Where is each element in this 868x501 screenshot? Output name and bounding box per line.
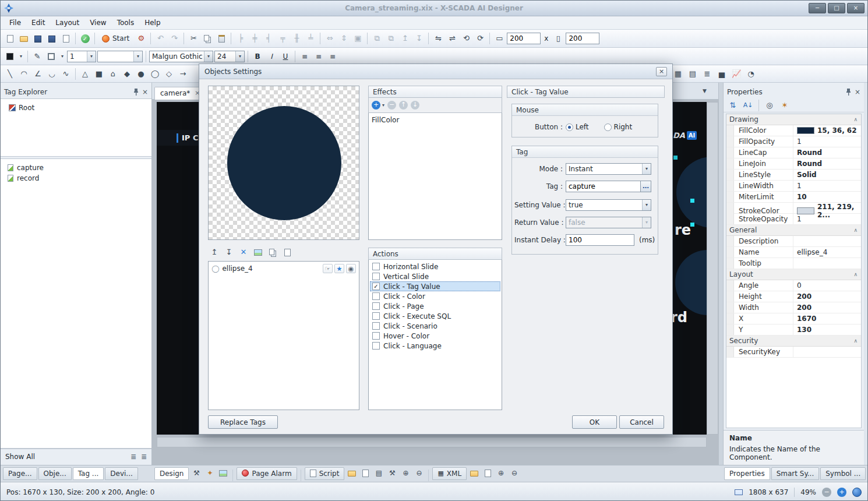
action-checkbox[interactable]: ✓ (372, 283, 380, 290)
action-checkbox[interactable] (372, 332, 380, 340)
property-value[interactable]: 130 (793, 324, 861, 335)
category-drawing[interactable]: Drawing∧ (726, 114, 861, 125)
send-back-icon[interactable]: ↧ (412, 32, 425, 45)
zoom-out-button[interactable]: − (822, 488, 831, 497)
property-value[interactable]: 1 (793, 214, 861, 224)
left-button-radio[interactable] (566, 124, 573, 131)
fill-color-icon[interactable] (3, 50, 16, 63)
right-tab-1[interactable]: Properties (724, 467, 770, 480)
zoom-in-icon[interactable]: ⊕ (400, 468, 411, 479)
close-panel-icon[interactable]: × (142, 89, 148, 96)
image-object-icon[interactable] (252, 246, 264, 259)
validate-icon[interactable]: ✓ (79, 32, 91, 45)
left-tab-4[interactable]: Devi... (105, 467, 138, 480)
page-height-input[interactable] (566, 33, 599, 44)
vertical-scrollbar[interactable] (707, 102, 718, 435)
property-row[interactable]: LineJoinRound (726, 158, 861, 170)
category-general[interactable]: General∧ (726, 225, 861, 236)
tag-item-capture[interactable]: capture (1, 163, 151, 173)
expand-all-icon[interactable]: ≣ (141, 453, 147, 461)
curve-tool-icon[interactable]: ◠ (17, 68, 30, 80)
action-checkbox[interactable] (372, 312, 380, 320)
italic-button[interactable]: I (265, 50, 278, 63)
triangle-tool-icon[interactable]: △ (79, 68, 91, 80)
rotate-right-icon[interactable]: ⟳ (474, 32, 486, 45)
object-item-ellipse-4[interactable]: ◯ ellipse_4 ☞ ★ ◉ (210, 263, 358, 274)
action-item[interactable]: ✓Click - Tag Value (370, 281, 500, 291)
copy-object-icon[interactable] (266, 246, 279, 259)
line-width-select[interactable]: 1▾ (67, 51, 96, 62)
property-row[interactable]: Y130 (726, 324, 861, 336)
property-row[interactable]: Width200 (726, 302, 861, 313)
move-effect-down-icon[interactable]: ↓ (411, 101, 419, 110)
action-checkbox[interactable] (372, 292, 380, 300)
copy-icon[interactable] (201, 32, 214, 45)
selection-handle[interactable] (690, 199, 694, 203)
pentagon-tool-icon[interactable]: ⌂ (107, 68, 119, 80)
line-style-select[interactable]: ▾ (97, 51, 143, 62)
panel-splitter[interactable] (718, 83, 723, 465)
circle-tool-icon[interactable]: ● (135, 68, 147, 80)
add-effect-dropdown-icon[interactable]: ▾ (382, 103, 384, 108)
action-item[interactable]: Hover - Color (370, 331, 500, 341)
text-align-center-icon[interactable]: ≡ (312, 50, 325, 63)
tree-item-root[interactable]: Root (1, 103, 151, 113)
property-value[interactable]: 200 (793, 302, 861, 313)
property-value[interactable] (793, 347, 861, 357)
canvas-ellipse-record[interactable] (675, 250, 707, 315)
close-button[interactable]: × (847, 3, 865, 13)
script-build-icon[interactable]: ⚒ (386, 468, 398, 479)
property-row[interactable]: SecurityKey (726, 347, 861, 358)
align-middle-icon[interactable]: ╫ (290, 32, 303, 45)
paste-icon[interactable] (215, 32, 228, 45)
page-size-icon[interactable]: ▭ (493, 32, 506, 45)
underline-button[interactable]: U (279, 50, 292, 63)
tab-script[interactable]: Script (305, 467, 345, 480)
action-item[interactable]: Horizontal Slide (370, 262, 500, 271)
rotate-left-icon[interactable]: ⟲ (460, 32, 472, 45)
document-tab-camera[interactable]: camera* × (154, 87, 205, 100)
collapse-icon[interactable]: ∧ (853, 117, 858, 122)
zoom-out-icon[interactable]: ⊖ (509, 468, 520, 479)
font-size-select[interactable]: 24▾ (214, 51, 245, 62)
property-row[interactable]: MiterLimit10 (726, 192, 861, 203)
list-tool-icon[interactable]: ≣ (701, 68, 714, 80)
sort-alphabetical-icon[interactable]: A↓ (742, 99, 754, 112)
left-tab-3[interactable]: Tag ... (73, 467, 104, 480)
property-value[interactable]: Round (793, 147, 861, 158)
export-icon[interactable] (59, 32, 72, 45)
property-row[interactable]: LineCapRound (726, 147, 861, 158)
polygon-tool-icon[interactable]: ◆ (121, 68, 133, 80)
hand-icon[interactable]: ☞ (323, 264, 333, 273)
dialog-close-button[interactable]: × (656, 67, 667, 76)
menu-layout[interactable]: Layout (50, 17, 84, 29)
menu-edit[interactable]: Edit (26, 17, 50, 29)
property-row[interactable]: FillOpacity1 (726, 136, 861, 147)
action-item[interactable]: Click - Page (370, 301, 500, 311)
tab-design[interactable]: Design (154, 467, 189, 480)
left-tab-1[interactable]: Page... (3, 467, 37, 480)
bold-button[interactable]: B (251, 50, 264, 63)
minimize-button[interactable]: ─ (809, 3, 826, 13)
tag-browse-button[interactable]: … (641, 181, 651, 192)
show-all-button[interactable]: Show All (5, 453, 35, 461)
categorize-icon[interactable]: ⇅ (726, 99, 739, 112)
start-button[interactable]: Start (98, 33, 133, 44)
property-search-icon[interactable]: ◎ (763, 99, 776, 112)
property-row[interactable]: Nameellipse_4 (726, 247, 861, 258)
menu-tools[interactable]: Tools (112, 17, 140, 29)
align-center-icon[interactable]: ╪ (248, 32, 261, 45)
line-chart-tool-icon[interactable]: 📈 (730, 68, 743, 80)
bar-chart-tool-icon[interactable]: ▅ (715, 68, 728, 80)
property-row[interactable]: Angle0 (726, 280, 861, 291)
zoom-in-icon[interactable]: ⊕ (495, 468, 507, 479)
xml-save-icon[interactable] (482, 468, 493, 479)
action-item[interactable]: Click - Execute SQL (370, 311, 500, 321)
action-checkbox[interactable] (372, 273, 380, 280)
pin-icon[interactable] (846, 89, 851, 96)
form-tool-icon[interactable]: ▤ (686, 68, 699, 80)
collapse-icon[interactable]: ∧ (853, 227, 858, 233)
property-value[interactable] (793, 258, 861, 269)
script-save-icon[interactable] (359, 468, 371, 479)
page-height-icon[interactable]: ▯ (552, 32, 564, 45)
